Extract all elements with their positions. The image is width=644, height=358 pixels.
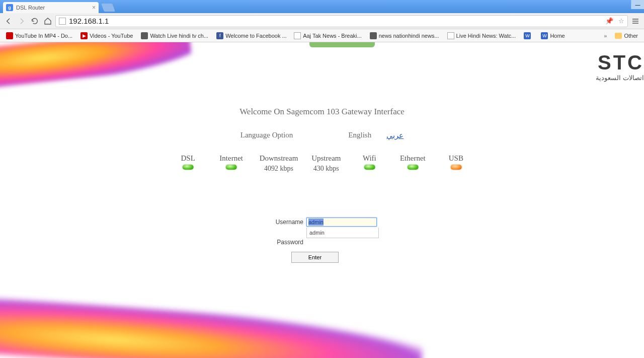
status-item: Internet xyxy=(216,154,247,173)
bookmark-icon xyxy=(6,32,13,39)
language-arabic[interactable]: عربي xyxy=(386,131,404,140)
autocomplete-dropdown: admin xyxy=(306,228,379,238)
language-english[interactable]: English xyxy=(348,131,371,140)
home-icon xyxy=(44,17,52,25)
username-label: Username xyxy=(267,219,303,226)
status-label: Ethernet xyxy=(400,154,426,163)
address-bar[interactable]: 192.168.1.1 📌 ☆ xyxy=(55,15,628,27)
bookmark-icon: W xyxy=(541,32,548,39)
reload-icon xyxy=(31,17,39,25)
bookmark-item[interactable]: YouTube In MP4 - Do... xyxy=(3,31,75,40)
bookmark-icon: f xyxy=(216,32,223,39)
status-led-icon xyxy=(183,165,194,170)
tab-close-icon[interactable]: × xyxy=(92,4,96,11)
other-bookmarks-label: Other xyxy=(624,33,638,39)
forward-button[interactable] xyxy=(16,15,27,27)
bookmark-icon xyxy=(447,32,454,39)
autocomplete-item[interactable]: admin xyxy=(307,228,378,238)
address-text: 192.168.1.1 xyxy=(69,17,600,25)
status-item: Ethernet xyxy=(397,154,428,173)
bookmarks-bar: YouTube In MP4 - Do...▶Videos - YouTubeW… xyxy=(0,29,644,42)
bookmark-label: Home xyxy=(550,33,565,39)
bookmark-item[interactable]: fWelcome to Facebook ... xyxy=(213,31,289,40)
bookmark-label: news nationhindi news... xyxy=(379,33,439,39)
star-icon[interactable]: ☆ xyxy=(618,17,624,25)
bookmark-item[interactable]: W xyxy=(521,31,536,40)
bookmark-icon xyxy=(370,32,377,39)
browser-tab-active[interactable]: g DSL Router × xyxy=(3,2,99,13)
status-led-icon xyxy=(364,165,375,170)
back-button[interactable] xyxy=(3,15,14,27)
bookmark-item[interactable]: Watch Live hindi tv ch... xyxy=(138,31,211,40)
window-controls: — xyxy=(631,0,644,10)
status-value: 430 kbps xyxy=(313,165,339,173)
footer-banner xyxy=(0,313,644,358)
new-tab-button[interactable] xyxy=(101,4,115,12)
home-button[interactable] xyxy=(42,15,53,27)
tab-title: DSL Router xyxy=(16,5,89,11)
welcome-heading: Welcome On Sagemcom 103 Gateway Interfac… xyxy=(0,107,644,117)
logo-text: STC xyxy=(596,51,644,74)
login-form: Username admin Password Enter xyxy=(267,218,377,263)
enter-button[interactable]: Enter xyxy=(291,252,339,263)
status-value: 4092 kbps xyxy=(264,165,293,173)
bookmark-icon xyxy=(294,32,301,39)
status-item: USB xyxy=(441,154,471,173)
page-file-icon xyxy=(59,18,66,25)
username-input[interactable] xyxy=(306,218,377,227)
language-row: Language Option English عربي xyxy=(0,131,644,140)
reload-button[interactable] xyxy=(29,15,40,27)
status-item: Wifi xyxy=(354,154,384,173)
bookmark-item[interactable]: ▶Videos - YouTube xyxy=(77,31,136,40)
decorative-swoosh-bottom xyxy=(0,297,424,358)
bookmark-label: YouTube In MP4 - Do... xyxy=(15,33,72,39)
status-label: DSL xyxy=(181,154,195,163)
status-label: Internet xyxy=(219,154,243,163)
status-label: Wifi xyxy=(363,154,376,163)
bookmark-label: Welcome to Facebook ... xyxy=(225,33,286,39)
bookmark-label: Live Hindi News: Watc... xyxy=(456,33,516,39)
bookmark-icon xyxy=(141,32,148,39)
bookmark-item[interactable]: Live Hindi News: Watc... xyxy=(444,31,519,40)
bookmark-item[interactable]: WHome xyxy=(538,31,568,40)
status-led-icon xyxy=(450,165,461,170)
bookmark-label: Aaj Tak News - Breaki... xyxy=(303,33,362,39)
status-led-icon xyxy=(226,165,237,170)
status-item: DSL xyxy=(173,154,203,173)
folder-icon xyxy=(615,33,622,39)
arrow-left-icon xyxy=(5,17,13,25)
tab-favicon: g xyxy=(6,4,13,11)
browser-nav-bar: 192.168.1.1 📌 ☆ xyxy=(0,13,644,29)
page-content: STC اتصالات السعودية Welcome On Sagemcom… xyxy=(0,42,644,358)
status-label: Downstream xyxy=(260,154,298,163)
decorative-green-tab xyxy=(309,42,375,47)
status-row: DSLInternetDownstream4092 kbpsUpstream43… xyxy=(173,154,471,173)
password-label: Password xyxy=(267,239,303,246)
bookmark-item[interactable]: news nationhindi news... xyxy=(367,31,442,40)
other-bookmarks-folder[interactable]: Other xyxy=(612,32,641,40)
bookmark-icon: ▶ xyxy=(80,32,88,39)
status-label: USB xyxy=(449,154,463,163)
menu-icon xyxy=(631,17,639,25)
pin-icon[interactable]: 📌 xyxy=(605,17,613,25)
status-item: Upstream430 kbps xyxy=(311,154,341,173)
bookmark-icon: W xyxy=(524,32,531,39)
status-item: Downstream4092 kbps xyxy=(260,154,298,173)
bookmarks-overflow[interactable]: » xyxy=(601,33,610,39)
browser-tab-strip: g DSL Router × — xyxy=(0,0,644,13)
header-banner: STC اتصالات السعودية xyxy=(0,42,644,82)
status-label: Upstream xyxy=(311,154,341,163)
arrow-right-icon xyxy=(18,17,26,25)
bookmark-item[interactable]: Aaj Tak News - Breaki... xyxy=(291,31,365,40)
bookmark-label: Watch Live hindi tv ch... xyxy=(150,33,208,39)
bookmark-label: Videos - YouTube xyxy=(90,33,133,39)
decorative-swoosh-top xyxy=(0,42,193,89)
language-option-label: Language Option xyxy=(240,131,293,140)
status-led-icon xyxy=(407,165,418,170)
stc-logo: STC اتصالات السعودية xyxy=(596,51,644,82)
logo-subtitle: اتصالات السعودية xyxy=(596,74,644,82)
menu-button[interactable] xyxy=(630,15,641,27)
window-minimize-button[interactable]: — xyxy=(631,0,644,9)
